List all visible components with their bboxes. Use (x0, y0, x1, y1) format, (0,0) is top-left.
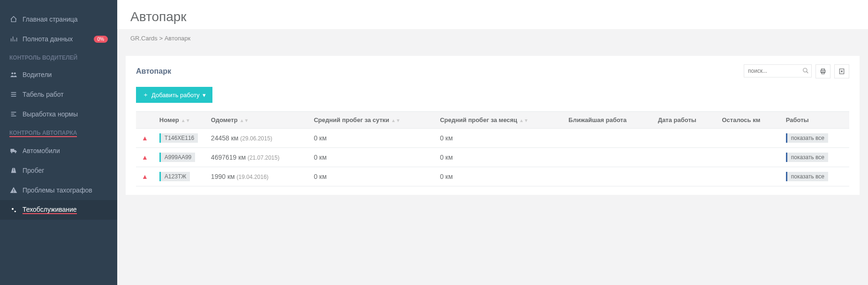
sidebar-item-label: Выработка нормы (23, 110, 78, 118)
sidebar-item-label: Водители (23, 71, 52, 78)
print-button[interactable] (815, 64, 830, 78)
cell-plate: А123ТЖ (154, 167, 205, 186)
sidebar-item-timesheet[interactable]: Табель работ (0, 85, 117, 104)
svg-point-3 (15, 152, 16, 154)
th-avg-day[interactable]: Средний пробег за сутки▲▼ (308, 112, 434, 129)
cell-next-job (563, 148, 652, 167)
cell-avg-month: 0 км (434, 167, 563, 186)
home-icon (9, 15, 18, 23)
sidebar-item-label: Техобслуживание (23, 206, 77, 214)
card-header: Автопарк (136, 64, 849, 78)
bar-chart-icon (9, 35, 18, 43)
cell-warning: ▲ (136, 167, 154, 186)
cell-km-left (717, 129, 780, 148)
sidebar-section-fleet: КОНТРОЛЬ АВТОПАРКА (0, 124, 117, 141)
show-all-button[interactable]: показать все (786, 172, 828, 181)
breadcrumb: GR.Cards > Автопарк (117, 29, 868, 47)
sidebar-item-norms[interactable]: Выработка нормы (0, 104, 117, 124)
sort-icon: ▲▼ (519, 119, 528, 122)
page-title: Автопарк (117, 0, 868, 29)
warning-icon (9, 186, 18, 194)
fleet-table: Номер▲▼ Одометр▲▼ Средний пробег за сутк… (136, 111, 849, 186)
plate-badge[interactable]: Т146ХЕ116 (159, 133, 198, 143)
alert-icon: ▲ (142, 154, 148, 161)
card-title: Автопарк (136, 67, 171, 76)
cell-odometer: 4697619 км (21.07.2015) (205, 148, 308, 167)
show-all-button[interactable]: показать все (786, 133, 828, 143)
sidebar-item-drivers[interactable]: Водители (0, 65, 117, 85)
sidebar-item-mileage[interactable]: Пробег (0, 161, 117, 180)
sidebar-item-label: Главная страница (23, 15, 78, 23)
show-all-button[interactable]: показать все (786, 153, 828, 162)
sidebar-item-label: Табель работ (23, 91, 64, 98)
breadcrumb-current: Автопарк (165, 35, 191, 42)
svg-point-5 (15, 211, 16, 212)
cell-km-left (717, 148, 780, 167)
tasks-icon (9, 110, 18, 118)
sidebar-item-vehicles[interactable]: Автомобили (0, 141, 117, 161)
sidebar-item-label: Автомобили (23, 147, 60, 154)
truck-icon (9, 146, 18, 155)
th-job-date: Дата работы (652, 112, 717, 129)
th-next-job: Ближайшая работа (563, 112, 652, 129)
cell-jobs: показать все (780, 129, 849, 148)
plate-badge[interactable]: А999АА99 (159, 153, 195, 162)
cell-avg-month: 0 км (434, 129, 563, 148)
caret-down-icon: ▾ (203, 92, 206, 99)
search-input[interactable] (744, 64, 812, 77)
plus-icon: ＋ (143, 91, 149, 99)
sidebar: Главная страница Полнота данных 0% КОНТР… (0, 0, 117, 285)
export-excel-button[interactable] (834, 64, 849, 78)
cell-plate: Т146ХЕ116 (154, 129, 205, 148)
card-tools (744, 64, 849, 78)
svg-point-4 (12, 208, 14, 210)
cell-jobs: показать все (780, 148, 849, 167)
cell-warning: ▲ (136, 148, 154, 167)
list-icon (9, 90, 18, 99)
cell-avg-day: 0 км (308, 167, 434, 186)
search-wrap (744, 64, 812, 78)
road-icon (9, 166, 18, 175)
sidebar-item-label: Проблемы тахографов (23, 186, 92, 194)
add-work-button[interactable]: ＋ Добавить работу ▾ (136, 87, 212, 103)
th-avg-month[interactable]: Средний пробег за месяц▲▼ (434, 112, 563, 129)
cell-odometer: 1990 км (19.04.2016) (205, 167, 308, 186)
cell-km-left (717, 167, 780, 186)
table-row: ▲Т146ХЕ11624458 км (29.06.2015)0 км0 кмп… (136, 129, 849, 148)
th-jobs: Работы (780, 112, 849, 129)
cell-avg-day: 0 км (308, 129, 434, 148)
breadcrumb-root[interactable]: GR.Cards (130, 35, 158, 42)
content-card: Автопарк ＋ Добавить работу ▾ Номер▲▼ Одо… (126, 56, 860, 195)
th-warning (136, 112, 154, 129)
svg-point-6 (803, 68, 807, 72)
sort-icon: ▲▼ (391, 119, 400, 122)
search-icon (802, 68, 809, 76)
sort-icon: ▲▼ (240, 119, 249, 122)
sidebar-item-home[interactable]: Главная страница (0, 9, 117, 29)
cell-next-job (563, 129, 652, 148)
th-odometer[interactable]: Одометр▲▼ (205, 112, 308, 129)
svg-point-0 (11, 72, 13, 74)
add-work-label: Добавить работу (151, 92, 200, 99)
main-content: Автопарк GR.Cards > Автопарк Автопарк ＋ … (117, 0, 868, 285)
sidebar-item-tacho-problems[interactable]: Проблемы тахографов (0, 180, 117, 200)
table-row: ▲А999АА994697619 км (21.07.2015)0 км0 км… (136, 148, 849, 167)
cell-plate: А999АА99 (154, 148, 205, 167)
sidebar-section-drivers: КОНТРОЛЬ ВОДИТЕЛЕЙ (0, 49, 117, 65)
cell-avg-month: 0 км (434, 148, 563, 167)
th-km-left: Осталось км (717, 112, 780, 129)
cell-next-job (563, 167, 652, 186)
svg-point-1 (14, 72, 16, 74)
sidebar-item-label: Полнота данных (23, 35, 73, 43)
cell-job-date (652, 167, 717, 186)
cell-job-date (652, 129, 717, 148)
badge-percent: 0% (94, 36, 108, 43)
th-number[interactable]: Номер▲▼ (154, 112, 205, 129)
breadcrumb-separator: > (159, 35, 164, 42)
cell-job-date (652, 148, 717, 167)
sidebar-item-maintenance[interactable]: Техобслуживание (0, 200, 117, 220)
cell-avg-day: 0 км (308, 148, 434, 167)
sidebar-item-data-completeness[interactable]: Полнота данных 0% (0, 29, 117, 49)
plate-badge[interactable]: А123ТЖ (159, 172, 190, 181)
cell-odometer: 24458 км (29.06.2015) (205, 129, 308, 148)
